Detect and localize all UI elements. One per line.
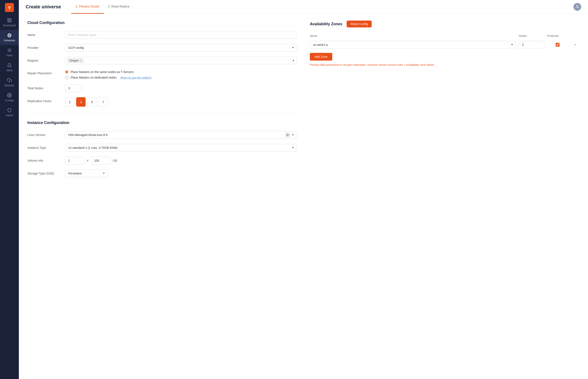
sidebar-item-tasks[interactable]: Tasks <box>0 45 19 60</box>
master-placement-row: Master Placement Place Masters on the sa… <box>27 69 297 79</box>
master-placement-label: Master Placement <box>27 69 62 75</box>
instance-type-label: Instance Type <box>27 144 62 149</box>
cloud-config-title: Cloud Configuration <box>27 21 297 25</box>
master-placement-control: Place Masters on the same nodes as T-Ser… <box>65 69 297 79</box>
app-logo-icon: Y <box>5 3 14 12</box>
linux-version-row: Linux Version YBA-Managed-AlmaLinux-8.9 … <box>27 131 297 139</box>
regions-dropdown-arrow: ▼ <box>292 59 295 62</box>
total-nodes-row: Total Nodes <box>27 84 297 92</box>
backups-icon <box>7 78 12 83</box>
cloud-config-section: Cloud Configuration Name Provider GCP-co… <box>27 21 297 182</box>
volume-x-separator: x <box>87 159 88 162</box>
sidebar-item-admin-label: Admin <box>6 114 13 117</box>
rf-btn-7[interactable]: 7 <box>98 97 108 107</box>
alerts-icon <box>7 63 12 68</box>
user-icon <box>575 5 579 9</box>
master-placement-radio-group: Place Masters on the same nodes as T-Ser… <box>65 69 297 79</box>
az-col-remove <box>571 34 579 37</box>
az-preferred-cell <box>547 43 568 47</box>
add-zone-button[interactable]: Add Zone <box>310 53 332 61</box>
volume-count-input[interactable] <box>65 157 84 164</box>
sidebar-item-alerts[interactable]: Alerts <box>0 60 19 75</box>
storage-type-row: Storage Type (SSD) Persistent <box>27 170 297 177</box>
volume-row: x GB <box>65 157 297 164</box>
reset-config-button[interactable]: Reset Config <box>347 21 372 27</box>
admin-icon <box>7 108 12 113</box>
sidebar-item-tasks-label: Tasks <box>6 54 13 57</box>
name-row: Name <box>27 31 297 39</box>
az-preferred-checkbox[interactable] <box>556 43 559 47</box>
provider-label: Provider <box>27 44 62 49</box>
total-nodes-label: Total Nodes <box>27 84 62 90</box>
sidebar-item-backups[interactable]: Backups <box>0 75 19 90</box>
linux-version-label: Linux Version <box>27 131 62 137</box>
linux-version-icon: ⚙ <box>285 133 290 137</box>
storage-type-select[interactable]: Persistent <box>65 170 108 177</box>
total-nodes-input[interactable] <box>65 84 82 92</box>
az-col-name: Name <box>310 34 516 37</box>
az-zone-select[interactable]: us-west1-a <box>310 41 516 49</box>
universe-name-input[interactable] <box>65 31 297 39</box>
az-header: Availability Zones Reset Config <box>310 21 579 27</box>
tasks-icon <box>7 48 12 53</box>
svg-rect-3 <box>10 19 11 20</box>
rf-button-group: 1 3 5 7 <box>65 97 297 107</box>
provider-row: Provider GCP-config <box>27 44 297 52</box>
configs-icon <box>7 93 12 98</box>
master-placement-hint[interactable]: When to use this setting? <box>121 76 152 79</box>
regions-row: Regions Oregon × ▼ <box>27 57 297 64</box>
replication-factor-control: 1 3 5 7 <box>65 97 297 107</box>
page-title: Create universe <box>26 4 61 10</box>
regions-control: Oregon × ▼ <box>65 57 297 64</box>
az-col-nodes: Nodes <box>519 34 544 37</box>
tab-navigation: 1. Primary Cluster 2. Read Replica <box>71 0 134 14</box>
master-same-nodes-option[interactable]: Place Masters on the same nodes as T-Ser… <box>65 70 297 74</box>
volume-info-control: x GB <box>65 157 297 164</box>
sidebar-item-admin[interactable]: Admin <box>0 105 19 120</box>
linux-version-select-wrapper[interactable]: YBA-Managed-AlmaLinux-8.9 ⚙ ▼ <box>65 131 297 139</box>
az-remove-button[interactable]: × <box>571 43 579 47</box>
sidebar-item-backups-label: Backups <box>4 84 14 87</box>
regions-multiselect[interactable]: Oregon × ▼ <box>65 57 297 64</box>
region-tag-remove[interactable]: × <box>80 59 82 62</box>
sidebar-item-configs-label: Configs <box>5 99 14 102</box>
name-control <box>65 31 297 39</box>
tab-primary-cluster[interactable]: 1. Primary Cluster <box>71 0 104 14</box>
volume-size-input[interactable] <box>91 157 110 164</box>
sidebar-item-dashboard[interactable]: Dashboard <box>0 15 19 30</box>
linux-version-control: YBA-Managed-AlmaLinux-8.9 ⚙ ▼ <box>65 131 297 139</box>
az-nodes-input[interactable] <box>519 41 544 49</box>
availability-zones-section: Availability Zones Reset Config Name Nod… <box>310 21 579 182</box>
section-divider <box>27 113 297 114</box>
sidebar: Y Dashboard Universes Tasks Alerts <box>0 0 19 379</box>
sidebar-logo[interactable]: Y <box>0 0 19 15</box>
user-avatar[interactable] <box>573 3 581 11</box>
instance-config-title: Instance Configuration <box>27 121 297 125</box>
provider-select[interactable]: GCP-config <box>65 44 297 52</box>
volume-unit-label: GB <box>113 159 117 162</box>
svg-rect-5 <box>10 21 11 22</box>
svg-rect-4 <box>8 21 9 22</box>
sidebar-item-configs[interactable]: Configs <box>0 90 19 105</box>
svg-point-14 <box>577 5 578 7</box>
master-dedicated-nodes-radio[interactable] <box>65 76 68 79</box>
storage-type-control: Persistent <box>65 170 297 177</box>
storage-type-label: Storage Type (SSD) <box>27 170 62 175</box>
provider-control: GCP-config <box>65 44 297 52</box>
sidebar-item-alerts-label: Alerts <box>6 69 13 72</box>
az-col-preferred: Preferred <box>547 34 568 37</box>
rf-btn-3[interactable]: 3 <box>76 97 86 107</box>
sidebar-item-universes[interactable]: Universes <box>0 30 19 45</box>
rf-btn-1[interactable]: 1 <box>65 97 75 107</box>
az-row: us-west1-a × <box>310 41 579 49</box>
universes-icon <box>7 33 12 38</box>
instance-type-select[interactable]: n1-standard-1 (1 core, 3.75GB RAM) <box>65 144 297 152</box>
tab-read-replica[interactable]: 2. Read Replica <box>104 0 134 14</box>
name-label: Name <box>27 31 62 37</box>
master-dedicated-nodes-option[interactable]: Place Masters on dedicated nodes When to… <box>65 76 297 79</box>
instance-type-row: Instance Type n1-standard-1 (1 core, 3.7… <box>27 144 297 152</box>
master-same-nodes-radio[interactable] <box>65 70 68 74</box>
linux-version-select[interactable]: YBA-Managed-AlmaLinux-8.9 <box>68 131 284 139</box>
rf-btn-5[interactable]: 5 <box>87 97 97 107</box>
regions-label: Regions <box>27 57 62 62</box>
